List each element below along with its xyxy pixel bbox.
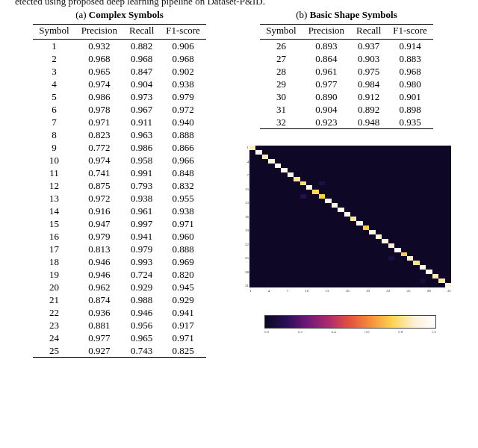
table-row: 210.8740.9880.929 (33, 293, 206, 306)
subcaption-b-prefix: (b) (296, 9, 309, 20)
xtick: 19 (366, 289, 370, 293)
xtick: 16 (346, 289, 350, 293)
cell-precision: 0.936 (75, 306, 123, 319)
cell-recall: 0.948 (350, 116, 387, 129)
cell-symbol: 27 (260, 52, 302, 65)
heatmap-cell (413, 283, 419, 287)
table-row: 250.9270.7430.825 (33, 344, 206, 358)
heatmap-cell (249, 283, 255, 287)
cell-symbol: 3 (33, 65, 75, 78)
cell-f1: 0.968 (160, 52, 206, 65)
table-row: 260.8930.9370.914 (260, 40, 433, 53)
cell-recall: 0.986 (123, 141, 160, 154)
heatmap-cell (344, 283, 350, 287)
table-row: 60.9780.9670.972 (33, 103, 206, 116)
cell-f1: 0.938 (160, 78, 206, 90)
table-row: 130.9720.9380.955 (33, 192, 206, 205)
heatmap-cell (394, 283, 400, 287)
cell-precision: 0.965 (75, 65, 123, 78)
caption-fragment: etected using proposed deep learning pip… (15, 0, 463, 7)
cell-precision: 0.893 (302, 40, 350, 53)
colorbar-tick: 0.4 (332, 330, 336, 334)
cell-symbol: 25 (33, 344, 75, 358)
colorbar-ticks: 0.00.20.40.60.81.0 (264, 330, 436, 334)
cell-recall: 0.937 (350, 40, 387, 53)
cell-recall: 0.911 (123, 116, 160, 128)
ytick: 4 (240, 160, 249, 164)
ytick: 19 (240, 228, 249, 232)
cell-symbol: 5 (33, 90, 75, 103)
cell-precision: 0.916 (75, 205, 123, 217)
cell-f1: 0.883 (387, 52, 433, 65)
cell-recall: 0.979 (123, 243, 160, 255)
cell-symbol: 14 (33, 205, 75, 217)
cell-symbol: 6 (33, 103, 75, 116)
cell-precision: 0.932 (75, 40, 123, 53)
heatmap-cell (445, 283, 451, 287)
cell-precision: 0.947 (75, 217, 123, 230)
cell-recall: 0.929 (123, 281, 160, 293)
table-row: 140.9160.9610.938 (33, 205, 206, 217)
two-column-layout: (a) Complex Symbols Symbol Precision Rec… (15, 9, 463, 358)
cell-symbol: 31 (260, 103, 302, 116)
subcaption-a: (a) Complex Symbols (15, 9, 224, 21)
cell-recall: 0.963 (123, 128, 160, 141)
cell-symbol: 24 (33, 332, 75, 344)
cell-f1: 0.888 (160, 243, 206, 255)
cell-symbol: 12 (33, 179, 75, 192)
cell-precision: 0.986 (75, 90, 123, 103)
xtick: 4 (268, 289, 270, 293)
cell-precision: 0.979 (75, 230, 123, 243)
colorbar (264, 315, 436, 329)
heatmap-cell (363, 283, 369, 287)
cell-recall: 0.946 (123, 306, 160, 319)
colorbar-wrap: 0.00.20.40.60.81.0 (264, 315, 436, 334)
table-row: 150.9470.9970.971 (33, 217, 206, 230)
ytick: 13 (240, 201, 249, 205)
heatmap-cell (369, 283, 375, 287)
page: etected using proposed deep learning pip… (0, 0, 478, 358)
cell-symbol: 11 (33, 167, 75, 179)
cell-f1: 0.968 (387, 65, 433, 78)
heatmap-yticks: 1471013161922252831 (240, 146, 249, 287)
cell-f1: 0.972 (160, 103, 206, 116)
cell-f1: 0.941 (160, 306, 206, 319)
cell-f1: 0.888 (160, 128, 206, 141)
colorbar-tick: 0.8 (398, 330, 403, 334)
xtick: 28 (427, 289, 431, 293)
cell-symbol: 23 (33, 319, 75, 332)
cell-precision: 0.946 (75, 268, 123, 281)
table-complex: Symbol Precision Recall F1-score 10.9320… (33, 24, 206, 358)
table-row: 320.9230.9480.935 (260, 116, 433, 129)
subcaption-b-bold: Basic Shape Symbols (310, 9, 397, 20)
cell-precision: 0.904 (302, 103, 350, 116)
heatmap-cell (426, 283, 432, 287)
th-symbol: Symbol (33, 25, 75, 40)
cell-symbol: 28 (260, 65, 302, 78)
cell-f1: 0.901 (387, 90, 433, 103)
heatmap-xticks: 1471013161922252831 (249, 289, 451, 293)
cell-precision: 0.977 (302, 78, 350, 90)
xtick: 7 (287, 289, 289, 293)
heatmap-cell (306, 283, 312, 287)
cell-f1: 0.825 (160, 344, 206, 358)
cell-symbol: 16 (33, 230, 75, 243)
cell-f1: 0.955 (160, 192, 206, 205)
cell-symbol: 17 (33, 243, 75, 255)
cell-precision: 0.875 (75, 179, 123, 192)
cell-f1: 0.917 (160, 319, 206, 332)
cell-f1: 0.966 (160, 154, 206, 167)
heatmap-cell (312, 283, 318, 287)
heatmap-cell (401, 283, 407, 287)
table-row: 230.8810.9560.917 (33, 319, 206, 332)
table-row: 310.9040.8920.898 (260, 103, 433, 116)
table-row: 70.9710.9110.940 (33, 116, 206, 128)
cell-precision: 0.864 (302, 52, 350, 65)
xtick: 25 (407, 289, 411, 293)
cell-recall: 0.975 (350, 65, 387, 78)
table-row: 20.9680.9680.968 (33, 52, 206, 65)
cell-recall: 0.892 (350, 103, 387, 116)
cell-recall: 0.724 (123, 268, 160, 281)
table-row: 10.9320.8820.906 (33, 40, 206, 53)
table-row: 120.8750.7930.832 (33, 179, 206, 192)
